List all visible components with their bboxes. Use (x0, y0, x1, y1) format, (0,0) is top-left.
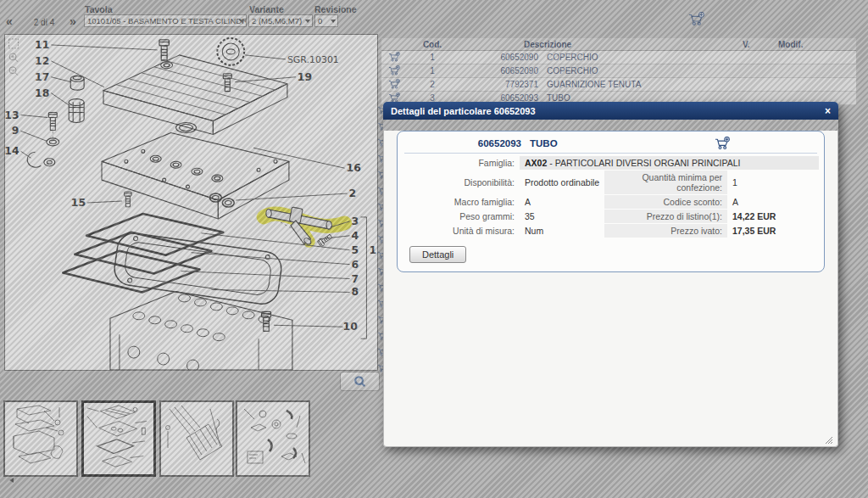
thumbnail-tavola-1[interactable] (3, 400, 78, 477)
part-header: 60652093 TUBO (404, 138, 817, 154)
codice-sconto-value: A (727, 195, 819, 209)
famiglia-code: AX02 (525, 158, 547, 168)
selection-box-icon[interactable] (9, 39, 19, 48)
part-code-cell: 60652090 (458, 53, 538, 62)
part-ref-cell: 1 (407, 66, 458, 76)
part-code: 60652093 (404, 138, 521, 148)
part-label-10[interactable]: 10 (343, 320, 359, 333)
chevron-down-icon (239, 20, 244, 23)
disponibilita-value: Prodotto ordinabile (520, 176, 604, 189)
prezzo-listino-value: 14,22 EUR (727, 210, 819, 223)
table-row[interactable]: 1 60652090 COPERCHIO (381, 64, 856, 78)
part-label-5[interactable]: 5 (352, 243, 359, 256)
thumbnail-sketch (161, 402, 232, 475)
add-to-cart-button[interactable] (381, 52, 407, 63)
next-table-button[interactable]: » (70, 14, 76, 28)
revisione-label: Revisione (314, 4, 357, 14)
part-desc-cell: COPERCHIO (538, 53, 741, 62)
thumbnail-sketch (237, 402, 309, 475)
part-label-9[interactable]: 9 (12, 124, 19, 137)
part-detail-panel: 60652093 TUBO Famiglia: AX02 - PARTICOLA… (397, 131, 825, 272)
revisione-select[interactable]: 0 (314, 14, 338, 27)
part-label-6[interactable]: 6 (352, 258, 359, 271)
prezzo-ivato-value: 17,35 EUR (727, 224, 819, 238)
part-label-11[interactable]: 11 (35, 38, 49, 51)
page: « 2 di 4 » Tavola 10101/05 - BASAMENTO E… (0, 0, 868, 498)
column-header-modif: Modif. (778, 40, 856, 49)
diagram-search-button[interactable] (340, 372, 380, 391)
cart-plus-icon (388, 65, 401, 76)
part-label-17[interactable]: 17 (35, 70, 49, 83)
revisione-selected-value: 0 (318, 16, 322, 25)
table-page-indicator: 2 di 4 (25, 18, 63, 27)
unita-misura-label: Unità di misura: (403, 224, 520, 238)
disponibilita-label: Disponibilità: (403, 176, 520, 189)
thumbnail-scroll-left-icon[interactable] (9, 478, 14, 483)
part-fields-grid: Famiglia: AX02 - PARTICOLARI DIVERSI ORG… (403, 156, 819, 238)
part-label-1[interactable]: 1 (369, 243, 376, 256)
part-label-3[interactable]: 3 (352, 215, 359, 227)
part-label-13[interactable]: 13 (5, 109, 19, 121)
occluded-table-rows-strip (377, 105, 383, 372)
variante-label: Variante (249, 4, 284, 14)
variante-selected-value: 2 (M5,M6,M7) (252, 16, 302, 25)
part-label-14[interactable]: 14 (5, 144, 19, 157)
cart-plus-icon (715, 137, 731, 151)
add-to-cart-button[interactable] (381, 79, 407, 90)
part-desc-cell: COPERCHIO (538, 66, 741, 76)
thumbnail-tavola-3[interactable] (159, 400, 234, 477)
add-to-cart-button[interactable] (381, 65, 407, 76)
part-ref-cell: 1 (407, 53, 458, 62)
part-ref-cell: 2 (407, 80, 458, 89)
table-navigation-toolbar: « 2 di 4 » Tavola 10101/05 - BASAMENTO E… (0, 0, 373, 32)
part-label-18[interactable]: 18 (35, 87, 49, 99)
table-row[interactable]: 2 7792371 GUARNIZIONE TENUTA (381, 78, 856, 92)
famiglia-label: Famiglia: (403, 156, 520, 170)
tavola-selected-value: 10101/05 - BASAMENTO E TESTA CILINDRI (87, 16, 247, 25)
thumbnail-tavola-4[interactable] (236, 400, 310, 477)
tavola-select[interactable]: 10101/05 - BASAMENTO E TESTA CILINDRI (84, 14, 247, 27)
chevron-down-icon (305, 20, 310, 23)
part-label-4[interactable]: 4 (352, 229, 359, 242)
unita-misura-value: Num (520, 224, 604, 238)
cart-plus-icon (388, 52, 401, 63)
column-header-v: V. (741, 40, 778, 49)
thumbnail-sketch (5, 402, 76, 475)
part-label-8[interactable]: 8 (352, 285, 359, 298)
part-label-16[interactable]: 16 (347, 161, 361, 174)
thumbnail-tavola-2-selected[interactable] (81, 400, 156, 477)
part-label-12[interactable]: 12 (35, 54, 49, 67)
table-row[interactable]: 1 60652090 COPERCHIO (381, 51, 856, 64)
part-label-7[interactable]: 7 (352, 272, 359, 285)
dialog-title-bar[interactable]: Dettagli del particolare 60652093 × (383, 102, 838, 120)
zoom-out-icon[interactable] (9, 67, 18, 76)
dialog-add-to-cart-button[interactable] (715, 137, 731, 151)
magnifier-icon (353, 375, 366, 388)
macro-famiglia-value: A (520, 195, 604, 209)
peso-grammi-label: Peso grammi: (403, 210, 520, 223)
tavola-label: Tavola (85, 4, 112, 14)
codice-sconto-label: Codice sconto: (604, 195, 727, 209)
part-label-15[interactable]: 15 (71, 196, 86, 209)
prezzo-ivato-label: Prezzo ivato: (604, 224, 727, 238)
variante-select[interactable]: 2 (M5,M6,M7) (248, 14, 313, 27)
exploded-diagram-panel[interactable]: 11 12 17 18 13 9 14 15 19 16 2 3 4 5 6 7… (4, 34, 378, 371)
prezzo-listino-label: Prezzo di listino(1): (604, 210, 727, 223)
close-icon[interactable]: × (825, 106, 831, 116)
exploded-diagram: 11 12 17 18 13 9 14 15 19 16 2 3 4 5 6 7… (5, 35, 377, 370)
part-code-cell: 60652090 (458, 66, 538, 76)
part-label-19[interactable]: 19 (298, 70, 312, 83)
add-all-to-cart-button[interactable] (688, 12, 705, 27)
dettagli-button[interactable]: Dettagli (409, 246, 466, 263)
parts-table: Cod. Descrizione V. Modif. 1 60652090 CO… (381, 38, 856, 105)
zoom-in-icon[interactable] (9, 53, 18, 62)
part-name: TUBO (530, 138, 558, 148)
sgr-reference-label[interactable]: SGR.10301 (287, 54, 339, 65)
previous-table-button[interactable]: « (6, 14, 13, 28)
part-desc-cell: GUARNIZIONE TENUTA (538, 80, 741, 89)
part-label-2[interactable]: 2 (349, 187, 357, 199)
column-header-cod: Cod. (407, 40, 458, 49)
dialog-resize-handle[interactable] (824, 433, 833, 442)
part-code-cell: 7792371 (458, 80, 538, 89)
macro-famiglia-label: Macro famiglia: (403, 195, 520, 209)
